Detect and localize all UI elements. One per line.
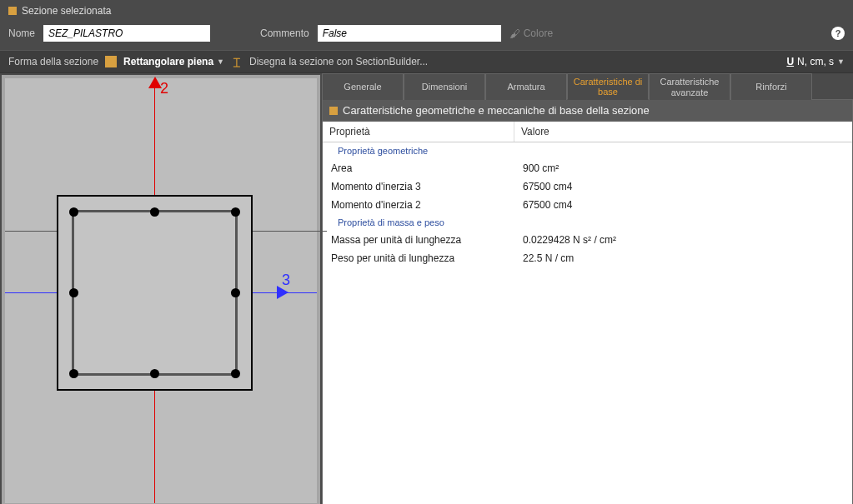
tab-dimensioni[interactable]: Dimensioni (404, 73, 485, 100)
prop-value: 67500 cm4 (514, 179, 852, 194)
tab-caratteristiche-base[interactable]: Caratteristiche di base (567, 73, 649, 100)
rebar-dot (231, 288, 240, 297)
rebar-dot (231, 207, 240, 217)
group-geometric: Proprietà geometriche (323, 142, 852, 159)
comment-input[interactable] (318, 25, 501, 42)
prop-value: 0.0229428 N s² / cm² (514, 232, 852, 247)
window-title: Sezione selezionata (22, 5, 111, 17)
panel-header: Caratteristiche geometriche e meccaniche… (322, 100, 853, 122)
panel-title: Caratteristiche geometriche e meccaniche… (343, 104, 650, 117)
tab-caratteristiche-avanzate[interactable]: Caratteristiche avanzate (649, 73, 730, 100)
prop-name: Peso per unità di lunghezza (323, 251, 514, 266)
column-property[interactable]: Proprietà (323, 122, 514, 142)
rebar-dot (69, 207, 78, 217)
shape-label: Forma della sezione (8, 56, 98, 67)
window-icon (8, 7, 17, 15)
shape-dropdown-label: Rettangolare piena (123, 56, 213, 67)
rebar-dot (231, 369, 240, 378)
prop-value: 22.5 N / cm (514, 251, 852, 266)
group-mass: Proprietà di massa e peso (323, 214, 852, 231)
prop-name: Momento d'inerzia 2 (323, 197, 514, 212)
column-value[interactable]: Valore (514, 122, 852, 142)
shape-dropdown[interactable]: Rettangolare piena ▼ (123, 56, 224, 67)
table-row[interactable]: Momento d'inerzia 3 67500 cm4 (323, 177, 852, 196)
rebar-dot (69, 369, 78, 378)
table-header: Proprietà Valore (323, 122, 852, 142)
sectionbuilder-button[interactable]: Disegna la sezione con SectionBuilder... (249, 56, 428, 67)
tab-bar: Generale Dimensioni Armatura Caratterist… (322, 73, 853, 100)
rebar-dot (150, 369, 159, 378)
prop-value: 900 cm² (514, 161, 852, 176)
panel-icon (329, 107, 338, 115)
table-row[interactable]: Peso per unità di lunghezza 22.5 N / cm (323, 249, 852, 267)
axis-2-label: 2 (160, 80, 168, 97)
chevron-down-icon: ▼ (837, 57, 845, 66)
name-input[interactable] (43, 25, 210, 42)
comment-label: Commento (260, 27, 309, 39)
color-picker[interactable]: 🖌 Colore (509, 27, 553, 40)
table-row[interactable]: Massa per unità di lunghezza 0.0229428 N… (323, 231, 852, 249)
prop-name: Massa per unità di lunghezza (323, 232, 514, 247)
units-label: N, cm, s (797, 56, 834, 67)
help-icon[interactable]: ? (831, 27, 845, 40)
prop-name: Area (323, 161, 514, 176)
properties-table: Proprietà Valore Proprietà geometriche A… (322, 122, 853, 504)
rebar-dot (69, 288, 78, 297)
table-row[interactable]: Momento d'inerzia 2 67500 cm4 (323, 196, 852, 214)
tab-generale[interactable]: Generale (322, 73, 404, 100)
rebar-dot (150, 207, 159, 217)
sectionbuilder-icon: ⌶ (231, 56, 243, 67)
form-row: Nome Commento 🖌 Colore ? (0, 22, 853, 50)
table-row[interactable]: Area 900 cm² (323, 159, 852, 177)
toolbar: Forma della sezione Rettangolare piena ▼… (0, 50, 853, 73)
viewport-canvas: 3 2 (5, 78, 317, 503)
section-viewport[interactable]: 3 2 (0, 73, 322, 504)
shape-rectangle-icon (105, 56, 117, 67)
paint-icon: 🖌 (509, 27, 520, 40)
prop-name: Momento d'inerzia 3 (323, 179, 514, 194)
title-bar: Sezione selezionata (0, 0, 853, 22)
name-label: Nome (8, 27, 35, 39)
axis-3-label: 3 (282, 272, 290, 289)
section-reinforcement-box (72, 210, 238, 376)
main-area: 3 2 Generale Dimensioni Armatura Caratte… (0, 73, 853, 504)
chevron-down-icon: ▼ (217, 57, 224, 66)
tab-armatura[interactable]: Armatura (485, 73, 567, 100)
prop-value: 67500 cm4 (514, 197, 852, 212)
units-icon: U (786, 56, 794, 67)
units-dropdown[interactable]: U N, cm, s ▼ (786, 56, 845, 67)
color-label: Colore (524, 27, 553, 39)
properties-panel: Generale Dimensioni Armatura Caratterist… (322, 73, 853, 504)
tab-rinforzi[interactable]: Rinforzi (730, 73, 812, 100)
